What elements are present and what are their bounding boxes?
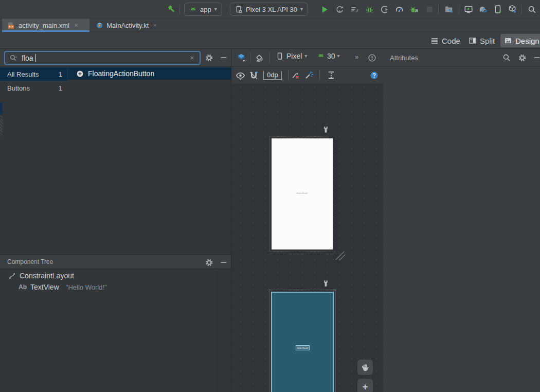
close-icon[interactable] xyxy=(152,22,158,28)
toolbar-separator xyxy=(459,5,459,14)
gradle-sync-button[interactable] xyxy=(477,4,489,15)
project-structure-button[interactable] xyxy=(443,4,455,15)
constraint-layout-icon xyxy=(8,272,16,280)
chevron-down-icon: ▾ xyxy=(300,7,303,12)
blueprint-preview-screen[interactable]: Hello World! xyxy=(271,292,334,392)
floating-action-button-icon xyxy=(76,70,84,78)
run-button[interactable] xyxy=(319,4,330,15)
palette-search-input[interactable]: floa xyxy=(4,51,201,65)
run-configuration-dropdown[interactable]: app ▾ xyxy=(184,3,222,16)
profiler-button[interactable] xyxy=(393,4,405,15)
toolbar-separator xyxy=(179,5,180,14)
mode-split-button[interactable]: Split xyxy=(465,34,498,47)
device-manager-button[interactable] xyxy=(492,4,503,15)
attributes-gear-icon[interactable] xyxy=(516,52,528,63)
attributes-header: Attributes xyxy=(383,49,540,67)
android-icon xyxy=(189,6,197,13)
search-dropdown-icon[interactable] xyxy=(9,54,17,62)
mode-design-button[interactable]: Design xyxy=(500,34,540,47)
tree-item-label: TextView xyxy=(30,283,59,291)
toolbar-separator xyxy=(288,70,289,80)
build-hammer-icon[interactable] xyxy=(166,4,177,15)
attributes-search-icon[interactable] xyxy=(501,52,512,63)
device-for-preview-dropdown[interactable]: Pixel ▾ xyxy=(276,52,307,60)
palette-category-all-results[interactable]: All Results 1 xyxy=(0,67,67,81)
attributes-title: Attributes xyxy=(390,54,418,62)
device-dropdown[interactable]: Pixel 3 XL API 30 ▾ xyxy=(230,3,308,16)
palette-panel: floa All Results 1 Buttons 1 FloatingAct… xyxy=(0,49,231,392)
profile-low-overhead-button[interactable] xyxy=(408,4,420,15)
tree-item-textview[interactable]: Ab TextView "Hello World!" xyxy=(19,283,107,291)
component-tree-title: Component Tree xyxy=(7,258,53,265)
default-margin-value: 0dp xyxy=(263,71,282,80)
autoconnect-magnet-icon[interactable] xyxy=(248,69,259,81)
tab-mainactivity-kt[interactable]: MainActivity.kt xyxy=(91,19,163,32)
run-configuration-label: app xyxy=(200,6,211,13)
component-tree: ConstraintLayout Ab TextView "Hello Worl… xyxy=(0,269,231,392)
search-query-text: floa xyxy=(22,54,33,62)
clear-constraints-icon[interactable] xyxy=(290,69,301,81)
apply-code-changes-button[interactable] xyxy=(349,4,360,15)
view-options-eye-icon[interactable] xyxy=(235,69,246,81)
component-tree-minimize-icon[interactable] xyxy=(218,257,229,268)
zoom-in-button[interactable]: + xyxy=(357,379,373,392)
editor-mode-bar: Code Split Design xyxy=(0,32,540,49)
wrench-design-attributes-icon[interactable] xyxy=(322,126,329,134)
sdk-manager-button[interactable] xyxy=(507,4,518,15)
resize-handle-icon[interactable] xyxy=(335,251,346,261)
infer-constraints-wand-icon[interactable] xyxy=(303,69,315,81)
palette-minimize-icon[interactable] xyxy=(218,52,229,63)
apply-changes-restart-button[interactable] xyxy=(334,4,345,15)
tab-label: MainActivity.kt xyxy=(106,22,149,29)
mode-code-label: Code xyxy=(442,37,460,45)
help-icon[interactable] xyxy=(368,69,380,81)
toolbar-separator xyxy=(250,52,250,63)
palette-item-floatingactionbutton[interactable]: FloatingActionButton xyxy=(68,67,231,80)
android-studio-window: app ▾ Pixel 3 XL API 30 ▾ activity_main.… xyxy=(0,0,540,392)
wrench-blueprint-attributes-icon[interactable] xyxy=(322,279,329,288)
palette-search-bar: floa xyxy=(0,49,231,67)
blueprint-hello-world-text[interactable]: Hello World! xyxy=(296,345,310,350)
toolbar-separator xyxy=(521,5,521,14)
toolbar-separator xyxy=(269,52,269,63)
design-canvas[interactable]: Hello World! Hello World! + xyxy=(231,84,383,392)
pack-expand-icon[interactable] xyxy=(326,69,337,81)
close-icon[interactable] xyxy=(73,22,79,28)
category-count: 1 xyxy=(59,70,62,78)
clear-search-icon[interactable] xyxy=(189,55,195,61)
category-count: 1 xyxy=(59,84,62,92)
palette-gear-icon[interactable] xyxy=(203,52,214,63)
tree-item-label: ConstraintLayout xyxy=(20,272,74,280)
editor-tab-bar: activity_main.xml MainActivity.kt xyxy=(0,19,540,32)
design-surface-mode-icon[interactable] xyxy=(236,52,247,63)
debug-button[interactable] xyxy=(364,4,375,15)
palette-category-buttons[interactable]: Buttons 1 xyxy=(0,81,67,95)
preview-device-label: Pixel xyxy=(286,52,302,60)
design-toolbar-row2: 0dp xyxy=(231,67,383,84)
attributes-minimize-icon[interactable] xyxy=(531,52,540,63)
issue-panel-icon[interactable] xyxy=(366,52,377,63)
tree-item-constraintlayout[interactable]: ConstraintLayout xyxy=(8,272,74,280)
xml-layout-file-icon xyxy=(7,22,15,29)
attributes-panel: Attributes xyxy=(383,49,540,392)
api-version-label: 30 xyxy=(327,52,335,60)
mode-code-button[interactable]: Code xyxy=(427,34,464,47)
design-hello-world-text[interactable]: Hello World! xyxy=(272,192,333,194)
chevron-down-icon: ▾ xyxy=(304,54,307,59)
attach-debugger-button[interactable] xyxy=(379,4,390,15)
design-surface-panel: Pixel ▾ 30 ▾ » 0dp xyxy=(231,49,383,392)
pan-hand-button[interactable] xyxy=(357,360,373,375)
tab-label: activity_main.xml xyxy=(19,22,69,29)
android-icon xyxy=(317,52,325,60)
search-everywhere-button[interactable] xyxy=(526,4,537,15)
more-actions-chevrons[interactable]: » xyxy=(355,53,358,61)
tab-activity-main-xml[interactable]: activity_main.xml xyxy=(2,19,89,32)
default-margin-dropdown[interactable]: 0dp xyxy=(263,71,282,80)
design-preview-screen[interactable]: Hello World! xyxy=(271,138,333,250)
component-tree-gear-icon[interactable] xyxy=(203,257,214,268)
hand-icon xyxy=(361,363,370,372)
api-version-dropdown[interactable]: 30 ▾ xyxy=(317,52,340,60)
running-devices-button[interactable] xyxy=(463,4,474,15)
orientation-icon[interactable] xyxy=(254,52,265,63)
component-tree-header: Component Tree xyxy=(0,255,231,269)
